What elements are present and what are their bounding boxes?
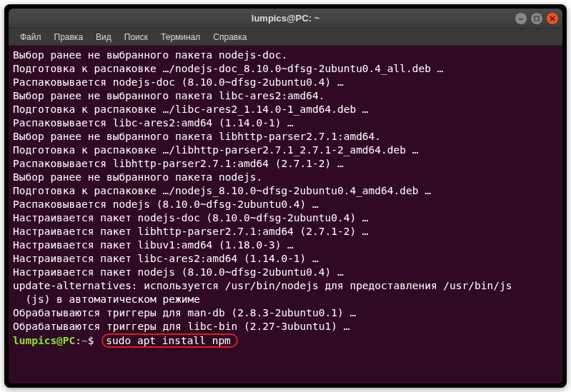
terminal-output-line: Настраивается пакет libc-ares2:amd64 (1.…: [13, 252, 558, 266]
terminal-output-line: Распаковывается nodejs-doc (8.10.0~dfsg-…: [13, 76, 558, 89]
window-controls: [515, 13, 558, 24]
prompt-user: lumpics@PC: [13, 335, 75, 346]
terminal-prompt-line: lumpics@PC:~$ sudo apt install npm: [13, 333, 558, 348]
terminal-output-line: Настраивается пакет libuv1:amd64 (1.18.0…: [13, 238, 558, 252]
menu-help[interactable]: Справка: [207, 31, 252, 44]
terminal-output-line: Настраивается пакет libhttp-parser2.7.1:…: [13, 225, 558, 238]
svg-rect-1: [535, 16, 539, 21]
terminal-output-line: update-alternatives: используется /usr/b…: [13, 279, 558, 293]
highlighted-command: sudo apt install npm: [101, 333, 238, 348]
terminal-output-line: Распаковывается libc-ares2:amd64 (1.14.0…: [13, 116, 558, 130]
window-titlebar: lumpics@PC: ~: [9, 9, 562, 29]
terminal-output-line: Выбор ранее не выбранного пакета nodejs-…: [13, 49, 558, 62]
terminal-output-line: Выбор ранее не выбранного пакета nodejs.: [13, 171, 558, 184]
terminal-output-line: Подготовка к распаковке …/libhttp-parser…: [13, 144, 558, 157]
terminal-output-line: Выбор ранее не выбранного пакета libc-ar…: [13, 89, 558, 103]
terminal-output-line: Настраивается пакет nodejs-doc (8.10.0~d…: [13, 211, 558, 225]
terminal-output-line: Подготовка к распаковке …/libc-ares2_1.1…: [13, 103, 558, 116]
menu-search[interactable]: Поиск: [119, 31, 154, 44]
close-button[interactable]: [547, 13, 558, 24]
prompt-sep: :: [75, 335, 81, 346]
menu-terminal[interactable]: Терминал: [155, 31, 206, 44]
command-text: sudo apt install npm: [106, 335, 231, 346]
minimize-button[interactable]: [515, 13, 527, 24]
menu-edit[interactable]: Правка: [49, 31, 89, 44]
prompt-dollar: $: [88, 335, 94, 346]
terminal-output-line: Подготовка к распаковке …/nodejs_8.10.0~…: [13, 184, 558, 198]
terminal-output-line: Настраивается пакет nodejs (8.10.0~dfsg-…: [13, 266, 558, 279]
terminal-output-line: Выбор ранее не выбранного пакета libhttp…: [13, 130, 558, 144]
minimize-icon: [518, 16, 524, 21]
terminal-output-line: Подготовка к распаковке …/nodejs-doc_8.1…: [13, 62, 558, 76]
terminal-output-line: Распаковывается libhttp-parser2.7.1:amd6…: [13, 157, 558, 171]
menubar: Файл Правка Вид Поиск Терминал Справка: [9, 29, 562, 46]
menu-file[interactable]: Файл: [14, 31, 47, 44]
terminal-window: lumpics@PC: ~ Файл Правка Вид Поиск Терм…: [9, 9, 562, 383]
screenshot-frame: lumpics@PC: ~ Файл Правка Вид Поиск Терм…: [4, 4, 567, 388]
terminal-output-line: Обрабатываются триггеры для man-db (2.8.…: [13, 306, 558, 320]
prompt-path: ~: [81, 335, 88, 346]
terminal-output-line: Распаковывается nodejs (8.10.0~dfsg-2ubu…: [13, 198, 558, 211]
terminal-output-line: Обрабатываются триггеры для libc-bin (2.…: [13, 320, 558, 333]
window-title: lumpics@PC: ~: [252, 13, 319, 24]
terminal-output-line: (js) в автоматическом режиме: [13, 293, 558, 306]
maximize-icon: [534, 16, 540, 21]
terminal-body[interactable]: Выбор ранее не выбранного пакета nodejs-…: [9, 46, 562, 383]
menu-view[interactable]: Вид: [90, 31, 117, 44]
maximize-button[interactable]: [531, 13, 542, 24]
close-icon: [550, 16, 555, 21]
